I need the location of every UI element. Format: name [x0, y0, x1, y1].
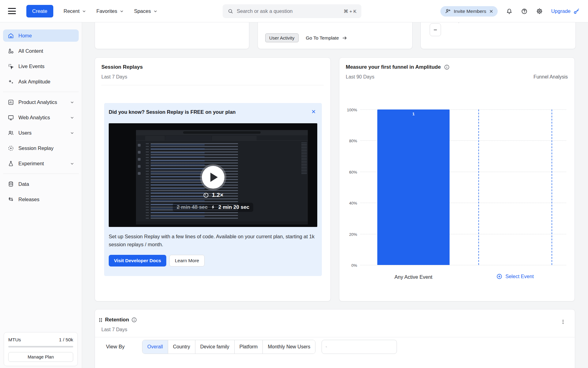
user-activity-chip[interactable]: User Activity [265, 33, 299, 42]
search-icon [326, 344, 327, 350]
sidebar-item-ask-amplitude[interactable]: Ask Amplitude [3, 75, 79, 88]
banner-close-icon[interactable] [310, 108, 317, 115]
sidebar-item-label: Releases [18, 197, 40, 202]
search-input[interactable] [237, 8, 340, 14]
select-event-label: Select Event [505, 274, 534, 279]
sidebar-item-experiment[interactable]: Experiment [3, 157, 79, 170]
recent-menu[interactable]: Recent [64, 8, 86, 14]
home-icon [8, 33, 14, 39]
session-replays-range: Last 7 Days [101, 74, 127, 80]
kebab-menu-icon[interactable] [559, 318, 567, 326]
sidebar-item-label: All Content [18, 48, 43, 54]
sidebar-divider [3, 92, 79, 92]
amplitude-home-page: Create Recent Favorites Spaces ⌘ + K Inv… [0, 0, 588, 368]
funnel-card: Measure your first funnel in Amplitude L… [339, 57, 575, 301]
chevron-down-icon [70, 100, 74, 104]
releases-icon [8, 196, 14, 203]
select-event-button[interactable]: Select Event [478, 273, 552, 280]
favorites-menu[interactable]: Favorites [96, 8, 124, 14]
usage-panel: MTUs 1 / 50k Manage Plan [4, 332, 78, 366]
collapse-minus-button[interactable] [430, 23, 441, 36]
tab-platform[interactable]: Platform [235, 340, 263, 354]
tab-monthly-new-users[interactable]: Monthly New Users [263, 340, 315, 354]
all-content-icon [8, 48, 14, 54]
retention-search[interactable] [322, 340, 397, 354]
person-plus-icon [445, 8, 451, 14]
spaces-menu[interactable]: Spaces [134, 8, 157, 14]
sidebar-item-label: Web Analytics [18, 115, 50, 121]
mtus-value: 1 / 50k [59, 337, 73, 343]
original-duration: 2 min 48 sec [177, 204, 208, 210]
info-icon[interactable] [131, 317, 137, 323]
settings-gear-icon[interactable] [536, 8, 543, 15]
playback-speed: 1.2× [212, 192, 224, 198]
mtus-progress-bar [8, 346, 73, 347]
y-axis-tick: 20% [341, 232, 357, 237]
chevron-down-icon [70, 162, 74, 166]
visit-developer-docs-button[interactable]: Visit Developer Docs [109, 255, 166, 266]
chevron-down-icon [70, 116, 74, 120]
play-button[interactable] [202, 166, 224, 189]
sidebar-item-label: Product Analytics [18, 99, 57, 105]
search-shortcut: ⌘ + K [344, 9, 356, 14]
retention-title: Retention [105, 317, 129, 323]
retention-card: Retention Last 7 Days View By Overall Co… [95, 309, 575, 368]
sidebar-item-releases[interactable]: Releases [3, 193, 79, 205]
session-replay-icon [8, 145, 14, 151]
favorites-menu-label: Favorites [96, 8, 117, 14]
upgrade-key-icon [573, 8, 580, 15]
retention-search-input[interactable] [330, 344, 393, 350]
y-axis-tick: 40% [341, 201, 357, 205]
retention-range: Last 7 Days [95, 327, 575, 332]
drag-handle-icon[interactable] [98, 317, 103, 323]
session-replay-video[interactable]: 1.2× 2 min 48 sec 2 min 20 sec [109, 123, 317, 227]
live-events-icon [8, 63, 14, 70]
invite-members-button[interactable]: Invite Members [440, 6, 498, 17]
funnel-step-label: Any Active Event [377, 274, 450, 280]
sidebar-item-home[interactable]: Home [3, 29, 79, 42]
empty-step-placeholder [478, 109, 479, 265]
sidebar-item-all-content[interactable]: All Content [3, 45, 79, 57]
funnel-bar-any-active-event[interactable]: 1 [377, 109, 450, 265]
banner-title: Did you know? Session Replay is FREE on … [109, 108, 236, 115]
divider [101, 85, 324, 85]
sidebar-item-label: Ask Amplitude [18, 79, 51, 85]
sidebar-item-users[interactable]: Users [3, 127, 79, 139]
sidebar-item-web-analytics[interactable]: Web Analytics [3, 111, 79, 124]
funnel-title: Measure your first funnel in Amplitude [346, 64, 441, 70]
plus-circle-icon [496, 273, 503, 280]
upgrade-link[interactable]: Upgrade [551, 8, 580, 15]
upgrade-label: Upgrade [551, 8, 571, 14]
sidebar-item-session-replay[interactable]: Session Replay [3, 142, 79, 154]
sidebar-item-label: Experiment [18, 161, 44, 167]
info-icon[interactable] [444, 64, 450, 70]
sidebar-item-live-events[interactable]: Live Events [3, 60, 79, 72]
web-analytics-icon [8, 114, 14, 121]
tab-overall[interactable]: Overall [142, 340, 168, 354]
sidebar-item-data[interactable]: Data [3, 178, 79, 190]
notifications-bell-icon[interactable] [506, 8, 513, 15]
global-search[interactable]: ⌘ + K [223, 4, 361, 18]
ask-amplitude-icon [8, 79, 14, 85]
sidebar-item-label: Live Events [18, 63, 44, 69]
experiment-flask-icon [8, 160, 14, 167]
go-to-template-label: Go To Template [306, 35, 339, 41]
dismiss-invite-icon[interactable] [489, 9, 493, 13]
chevron-down-icon [70, 131, 74, 135]
view-by-label: View By [106, 344, 142, 350]
chevron-down-icon [153, 9, 157, 13]
left-sidebar: Home All Content Live Events Ask Amplitu… [0, 22, 82, 368]
session-replay-promo-banner: Did you know? Session Replay is FREE on … [104, 103, 322, 276]
hamburger-menu-icon[interactable] [8, 8, 16, 14]
tab-device-family[interactable]: Device family [195, 340, 235, 354]
funnel-chart: 100% 80% 60% 40% 20% 0% 1 Any Active Eve… [360, 109, 566, 265]
sidebar-item-label: Users [18, 130, 32, 136]
create-button[interactable]: Create [26, 5, 53, 17]
go-to-template-link[interactable]: Go To Template [306, 35, 347, 41]
help-icon[interactable] [521, 8, 528, 15]
sidebar-item-product-analytics[interactable]: Product Analytics [3, 96, 79, 108]
tab-country[interactable]: Country [168, 340, 195, 354]
manage-plan-button[interactable]: Manage Plan [8, 352, 73, 362]
product-analytics-icon [8, 99, 14, 105]
learn-more-button[interactable]: Learn More [169, 255, 205, 266]
